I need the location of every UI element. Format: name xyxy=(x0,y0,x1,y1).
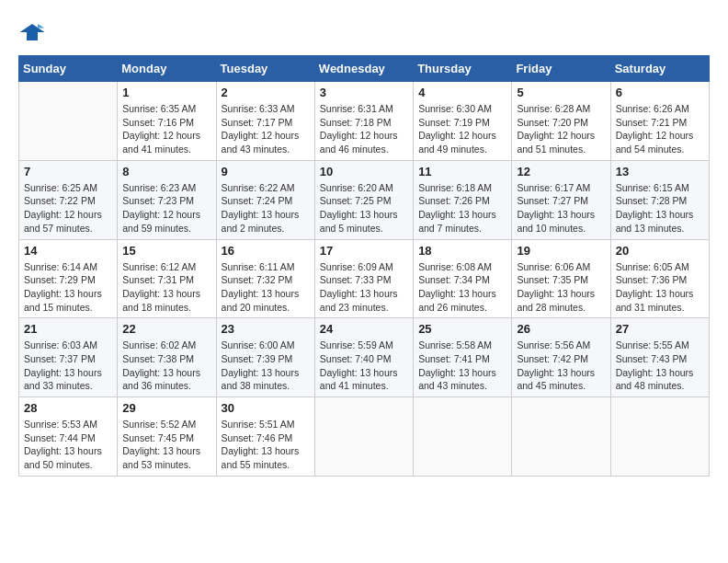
calendar-cell: 30Sunrise: 5:51 AM Sunset: 7:46 PM Dayli… xyxy=(216,397,314,477)
day-number: 4 xyxy=(418,86,506,99)
day-info: Sunrise: 6:03 AM Sunset: 7:37 PM Dayligh… xyxy=(24,339,112,393)
day-number: 17 xyxy=(320,244,408,258)
calendar-week-2: 7Sunrise: 6:25 AM Sunset: 7:22 PM Daylig… xyxy=(19,160,710,239)
day-info: Sunrise: 6:35 AM Sunset: 7:16 PM Dayligh… xyxy=(122,102,210,156)
day-number: 19 xyxy=(517,244,605,258)
day-number: 21 xyxy=(24,322,112,336)
calendar-cell: 2Sunrise: 6:33 AM Sunset: 7:17 PM Daylig… xyxy=(216,82,314,161)
day-info: Sunrise: 5:53 AM Sunset: 7:44 PM Dayligh… xyxy=(24,418,112,472)
day-info: Sunrise: 6:31 AM Sunset: 7:18 PM Dayligh… xyxy=(320,102,408,156)
day-number: 20 xyxy=(616,244,704,258)
day-info: Sunrise: 5:52 AM Sunset: 7:45 PM Dayligh… xyxy=(122,418,210,472)
day-number: 18 xyxy=(418,244,506,258)
logo-icon xyxy=(18,18,46,46)
day-info: Sunrise: 5:58 AM Sunset: 7:41 PM Dayligh… xyxy=(418,339,506,393)
calendar-cell: 12Sunrise: 6:17 AM Sunset: 7:27 PM Dayli… xyxy=(512,160,610,239)
calendar-cell: 25Sunrise: 5:58 AM Sunset: 7:41 PM Dayli… xyxy=(414,318,512,397)
weekday-header-saturday: Saturday xyxy=(610,56,709,82)
day-info: Sunrise: 6:22 AM Sunset: 7:24 PM Dayligh… xyxy=(222,181,310,236)
calendar-cell: 9Sunrise: 6:22 AM Sunset: 7:24 PM Daylig… xyxy=(216,160,314,239)
day-number: 15 xyxy=(122,244,210,258)
calendar-cell xyxy=(512,397,610,477)
day-number: 13 xyxy=(616,165,704,178)
day-number: 6 xyxy=(616,86,704,99)
calendar-cell: 11Sunrise: 6:18 AM Sunset: 7:26 PM Dayli… xyxy=(414,160,512,239)
day-number: 11 xyxy=(418,165,506,178)
day-number: 14 xyxy=(24,244,112,258)
calendar-cell: 18Sunrise: 6:08 AM Sunset: 7:34 PM Dayli… xyxy=(414,239,512,318)
day-info: Sunrise: 6:30 AM Sunset: 7:19 PM Dayligh… xyxy=(418,102,506,156)
weekday-header-monday: Monday xyxy=(118,56,216,82)
day-number: 22 xyxy=(122,322,210,336)
calendar-cell: 24Sunrise: 5:59 AM Sunset: 7:40 PM Dayli… xyxy=(314,318,413,397)
day-info: Sunrise: 6:26 AM Sunset: 7:21 PM Dayligh… xyxy=(616,102,704,156)
calendar-week-3: 14Sunrise: 6:14 AM Sunset: 7:29 PM Dayli… xyxy=(19,239,710,318)
logo xyxy=(18,18,50,46)
weekday-header-row: SundayMondayTuesdayWednesdayThursdayFrid… xyxy=(19,56,710,82)
weekday-header-thursday: Thursday xyxy=(414,56,512,82)
day-number: 7 xyxy=(24,165,112,178)
calendar-cell: 8Sunrise: 6:23 AM Sunset: 7:23 PM Daylig… xyxy=(118,160,216,239)
day-number: 26 xyxy=(517,322,605,336)
day-number: 30 xyxy=(222,401,310,415)
calendar-week-5: 28Sunrise: 5:53 AM Sunset: 7:44 PM Dayli… xyxy=(19,397,710,477)
day-info: Sunrise: 6:28 AM Sunset: 7:20 PM Dayligh… xyxy=(517,102,605,156)
day-number: 28 xyxy=(24,401,112,415)
calendar-cell: 19Sunrise: 6:06 AM Sunset: 7:35 PM Dayli… xyxy=(512,239,610,318)
calendar-cell: 28Sunrise: 5:53 AM Sunset: 7:44 PM Dayli… xyxy=(19,397,118,477)
calendar-table: SundayMondayTuesdayWednesdayThursdayFrid… xyxy=(18,55,710,477)
calendar-cell: 7Sunrise: 6:25 AM Sunset: 7:22 PM Daylig… xyxy=(19,160,118,239)
day-number: 24 xyxy=(320,322,408,336)
day-info: Sunrise: 6:11 AM Sunset: 7:32 PM Dayligh… xyxy=(222,260,310,315)
calendar-cell: 15Sunrise: 6:12 AM Sunset: 7:31 PM Dayli… xyxy=(118,239,216,318)
calendar-week-1: 1Sunrise: 6:35 AM Sunset: 7:16 PM Daylig… xyxy=(19,82,710,161)
calendar-cell: 26Sunrise: 5:56 AM Sunset: 7:42 PM Dayli… xyxy=(512,318,610,397)
svg-marker-1 xyxy=(38,24,45,29)
calendar-cell: 3Sunrise: 6:31 AM Sunset: 7:18 PM Daylig… xyxy=(314,82,413,161)
day-info: Sunrise: 6:17 AM Sunset: 7:27 PM Dayligh… xyxy=(517,181,605,236)
calendar-cell: 20Sunrise: 6:05 AM Sunset: 7:36 PM Dayli… xyxy=(610,239,709,318)
calendar-cell: 14Sunrise: 6:14 AM Sunset: 7:29 PM Dayli… xyxy=(19,239,118,318)
day-number: 10 xyxy=(320,165,408,178)
calendar-cell xyxy=(414,397,512,477)
calendar-cell: 6Sunrise: 6:26 AM Sunset: 7:21 PM Daylig… xyxy=(610,82,709,161)
day-number: 29 xyxy=(122,401,210,415)
calendar-cell: 10Sunrise: 6:20 AM Sunset: 7:25 PM Dayli… xyxy=(314,160,413,239)
calendar-cell: 4Sunrise: 6:30 AM Sunset: 7:19 PM Daylig… xyxy=(414,82,512,161)
calendar-week-4: 21Sunrise: 6:03 AM Sunset: 7:37 PM Dayli… xyxy=(19,318,710,397)
day-number: 5 xyxy=(517,86,605,99)
day-info: Sunrise: 5:59 AM Sunset: 7:40 PM Dayligh… xyxy=(320,339,408,393)
calendar-cell: 13Sunrise: 6:15 AM Sunset: 7:28 PM Dayli… xyxy=(610,160,709,239)
calendar-cell: 17Sunrise: 6:09 AM Sunset: 7:33 PM Dayli… xyxy=(314,239,413,318)
weekday-header-friday: Friday xyxy=(512,56,610,82)
day-info: Sunrise: 6:33 AM Sunset: 7:17 PM Dayligh… xyxy=(222,102,310,156)
calendar-cell: 16Sunrise: 6:11 AM Sunset: 7:32 PM Dayli… xyxy=(216,239,314,318)
weekday-header-sunday: Sunday xyxy=(19,56,118,82)
calendar-cell xyxy=(314,397,413,477)
day-info: Sunrise: 6:08 AM Sunset: 7:34 PM Dayligh… xyxy=(418,260,506,315)
day-number: 23 xyxy=(222,322,310,336)
day-number: 3 xyxy=(320,86,408,99)
day-info: Sunrise: 5:56 AM Sunset: 7:42 PM Dayligh… xyxy=(517,339,605,393)
day-info: Sunrise: 6:20 AM Sunset: 7:25 PM Dayligh… xyxy=(320,181,408,236)
day-info: Sunrise: 5:51 AM Sunset: 7:46 PM Dayligh… xyxy=(222,418,310,472)
calendar-cell: 29Sunrise: 5:52 AM Sunset: 7:45 PM Dayli… xyxy=(118,397,216,477)
day-info: Sunrise: 6:23 AM Sunset: 7:23 PM Dayligh… xyxy=(122,181,210,236)
calendar-cell: 22Sunrise: 6:02 AM Sunset: 7:38 PM Dayli… xyxy=(118,318,216,397)
day-info: Sunrise: 6:05 AM Sunset: 7:36 PM Dayligh… xyxy=(616,260,704,315)
day-info: Sunrise: 6:00 AM Sunset: 7:39 PM Dayligh… xyxy=(222,339,310,393)
page-header xyxy=(18,18,710,46)
day-info: Sunrise: 5:55 AM Sunset: 7:43 PM Dayligh… xyxy=(616,339,704,393)
day-info: Sunrise: 6:09 AM Sunset: 7:33 PM Dayligh… xyxy=(320,260,408,315)
day-number: 25 xyxy=(418,322,506,336)
day-info: Sunrise: 6:06 AM Sunset: 7:35 PM Dayligh… xyxy=(517,260,605,315)
day-number: 27 xyxy=(616,322,704,336)
day-info: Sunrise: 6:25 AM Sunset: 7:22 PM Dayligh… xyxy=(24,181,112,236)
day-number: 12 xyxy=(517,165,605,178)
calendar-cell: 21Sunrise: 6:03 AM Sunset: 7:37 PM Dayli… xyxy=(19,318,118,397)
day-number: 2 xyxy=(222,86,310,99)
calendar-cell: 27Sunrise: 5:55 AM Sunset: 7:43 PM Dayli… xyxy=(610,318,709,397)
calendar-cell: 5Sunrise: 6:28 AM Sunset: 7:20 PM Daylig… xyxy=(512,82,610,161)
day-info: Sunrise: 6:12 AM Sunset: 7:31 PM Dayligh… xyxy=(122,260,210,315)
calendar-cell xyxy=(19,82,118,161)
